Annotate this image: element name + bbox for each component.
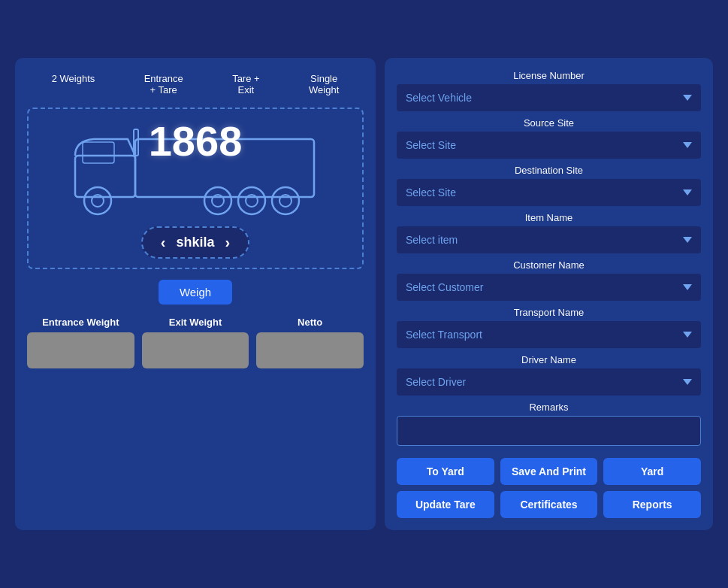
destination-site-select[interactable]: Select Site — [397, 179, 701, 206]
weigh-button[interactable]: Weigh — [159, 280, 232, 305]
netto-group: Netto — [256, 317, 364, 368]
customer-name-group: Customer Name Select Customer — [397, 259, 701, 301]
weight-fields: Entrance Weight Exit Weight Netto — [27, 317, 364, 368]
netto-input[interactable] — [256, 332, 364, 368]
vehicle-name-row: ‹ shkila › — [141, 226, 249, 259]
item-name-group: Item Name Select item — [397, 212, 701, 253]
truck-display: 1868 ‹ shkila › — [27, 108, 364, 269]
tab-entrance-tare[interactable]: Entrance + Tare — [140, 70, 188, 99]
item-name-select[interactable]: Select item — [397, 226, 701, 253]
tab-tare-exit[interactable]: Tare + Exit — [228, 70, 264, 99]
certificates-button[interactable]: Certificates — [500, 491, 598, 518]
tab-single-weight[interactable]: Single Weight — [304, 70, 343, 99]
right-panel: License Number Select Vehicle Source Sit… — [385, 58, 713, 530]
svg-rect-1 — [83, 142, 114, 163]
remarks-label: Remarks — [397, 402, 701, 413]
driver-name-group: Driver Name Select Driver — [397, 354, 701, 396]
tabs-row: 2 Weights Entrance + Tare Tare + Exit Si… — [27, 70, 364, 99]
driver-name-select[interactable]: Select Driver — [397, 368, 701, 396]
svg-point-10 — [272, 187, 299, 214]
save-and-print-button[interactable]: Save And Print — [500, 458, 598, 485]
netto-label: Netto — [298, 317, 322, 328]
vehicle-name: shkila — [176, 235, 214, 250]
weight-display: 1868 — [149, 117, 243, 165]
customer-name-label: Customer Name — [397, 259, 701, 271]
customer-name-select[interactable]: Select Customer — [397, 274, 701, 301]
yard-button[interactable]: Yard — [603, 458, 701, 485]
transport-name-select[interactable]: Select Transport — [397, 321, 701, 348]
exit-weight-group: Exit Weight — [142, 317, 249, 368]
source-site-group: Source Site Select Site — [397, 117, 701, 159]
weigh-button-row: Weigh — [27, 280, 364, 305]
license-number-select[interactable]: Select Vehicle — [397, 84, 701, 111]
svg-point-8 — [238, 187, 265, 214]
button-row-2: Update Tare Certificates Reports — [397, 491, 701, 518]
transport-name-group: Transport Name Select Transport — [397, 307, 701, 348]
license-number-label: License Number — [397, 70, 701, 81]
destination-site-label: Destination Site — [397, 165, 701, 176]
button-row-1: To Yard Save And Print Yard — [397, 458, 701, 485]
entrance-weight-input[interactable] — [27, 332, 134, 368]
source-site-select[interactable]: Select Site — [397, 132, 701, 159]
to-yard-button[interactable]: To Yard — [397, 458, 494, 485]
driver-name-label: Driver Name — [397, 354, 701, 365]
transport-name-label: Transport Name — [397, 307, 701, 318]
remarks-group: Remarks — [397, 402, 701, 446]
reports-button[interactable]: Reports — [603, 491, 701, 518]
source-site-label: Source Site — [397, 117, 701, 129]
license-number-group: License Number Select Vehicle — [397, 70, 701, 111]
next-vehicle-arrow[interactable]: › — [225, 234, 231, 251]
entrance-weight-label: Entrance Weight — [42, 317, 119, 328]
exit-weight-label: Exit Weight — [169, 317, 222, 328]
left-panel: 2 Weights Entrance + Tare Tare + Exit Si… — [15, 58, 376, 530]
entrance-weight-group: Entrance Weight — [27, 317, 134, 368]
remarks-input[interactable] — [397, 416, 701, 446]
prev-vehicle-arrow[interactable]: ‹ — [161, 234, 166, 251]
svg-point-4 — [84, 187, 111, 214]
exit-weight-input[interactable] — [142, 332, 249, 368]
item-name-label: Item Name — [397, 212, 701, 223]
tab-2-weights[interactable]: 2 Weights — [47, 70, 100, 99]
destination-site-group: Destination Site Select Site — [397, 165, 701, 206]
svg-point-6 — [204, 187, 231, 214]
update-tare-button[interactable]: Update Tare — [397, 491, 494, 518]
svg-rect-0 — [75, 156, 135, 197]
main-container: 2 Weights Entrance + Tare Tare + Exit Si… — [8, 50, 720, 538]
